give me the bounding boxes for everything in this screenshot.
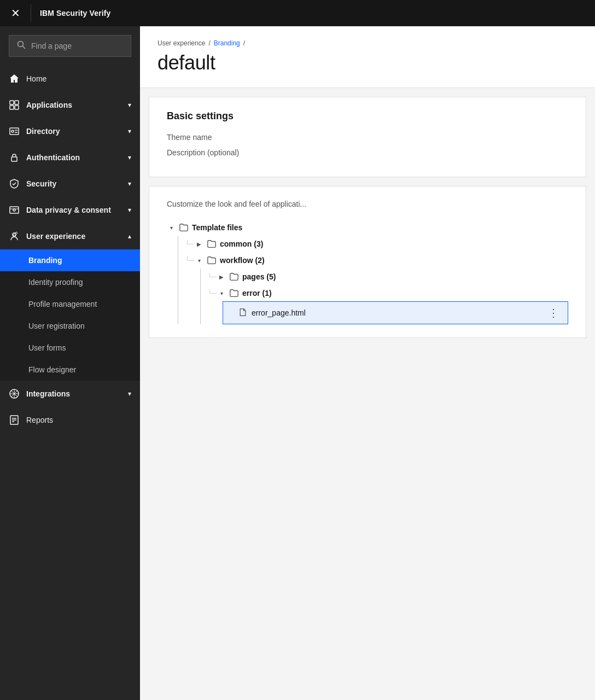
tree-level1: └─ ▶ common (3) └─ ▾: [178, 236, 568, 324]
theme-name-field: Theme name: [167, 133, 568, 142]
sub-item-label: Branding: [28, 256, 62, 265]
authentication-icon: [9, 152, 20, 163]
reports-icon: [9, 415, 20, 425]
page-title: default: [158, 51, 578, 74]
breadcrumb-branding[interactable]: Branding: [214, 39, 240, 47]
close-button[interactable]: ✕: [9, 7, 22, 20]
tree-label-workflow: workflow (2): [220, 256, 265, 265]
folder-icon-workflow: [207, 255, 217, 265]
folder-icon: [179, 223, 189, 232]
sidebar-item-home[interactable]: Home: [0, 66, 140, 92]
sidebar-item-security[interactable]: Security ▾: [0, 171, 140, 197]
sidebar-item-label: Integrations: [26, 389, 70, 398]
tree-label-common: common (3): [220, 240, 263, 248]
chevron-down-icon: ▾: [128, 154, 131, 161]
topbar: ✕ IBM Security Verify: [0, 0, 595, 26]
sidebar-sub-item-user-registration[interactable]: User registration: [0, 315, 140, 337]
tree-connector: └─: [185, 256, 191, 264]
sidebar-item-label: Data privacy & consent: [26, 206, 111, 214]
home-icon: [9, 73, 20, 84]
sidebar-sub-item-identity-proofing[interactable]: Identity proofing: [0, 271, 140, 293]
breadcrumb-sep2: /: [243, 39, 245, 47]
svg-rect-4: [10, 106, 14, 109]
search-box[interactable]: [9, 35, 131, 57]
sidebar-item-data-privacy[interactable]: Data privacy & consent ▾: [0, 197, 140, 223]
app-title: IBM Security Verify: [40, 9, 111, 18]
svg-rect-3: [15, 101, 19, 104]
sub-items-user-experience: Branding Identity proofing Profile manag…: [0, 249, 140, 381]
sub-item-label: Profile management: [28, 300, 97, 308]
sidebar-sub-item-profile-management[interactable]: Profile management: [0, 293, 140, 315]
chevron-down-icon: ▾: [128, 127, 131, 135]
breadcrumb-sep1: /: [208, 39, 210, 47]
template-files-tree: ▾ Template files └─ ▶: [167, 219, 568, 324]
applications-icon: [9, 100, 20, 110]
content-area: User experience / Branding / default Bas…: [140, 26, 595, 700]
sidebar-item-label: Authentication: [26, 153, 80, 162]
sub-item-label: Identity proofing: [28, 278, 83, 287]
sidebar-item-reports[interactable]: Reports: [0, 407, 140, 433]
tree-toggle-pages[interactable]: ▶: [217, 272, 226, 281]
svg-rect-10: [11, 157, 17, 161]
search-input[interactable]: [31, 42, 124, 50]
tree-folder-error[interactable]: └─ ▾ error (1): [201, 285, 568, 301]
sidebar-search: [0, 31, 140, 61]
tree-toggle-error[interactable]: ▾: [217, 289, 226, 298]
folder-icon-pages: [229, 272, 239, 282]
description-field: Description (optional): [167, 148, 568, 157]
svg-point-12: [13, 209, 15, 211]
chevron-up-icon: ▴: [128, 232, 131, 240]
topbar-divider: [31, 4, 31, 22]
chevron-down-icon: ▾: [128, 180, 131, 188]
svg-rect-5: [15, 106, 19, 109]
tree-level2-workflow: └─ ▶ pages (5) └─ ▾: [200, 269, 568, 324]
svg-point-7: [11, 130, 14, 132]
sidebar-item-integrations[interactable]: Integrations ▾: [0, 381, 140, 407]
sub-item-label: User registration: [28, 322, 85, 330]
sidebar-item-label: Reports: [26, 416, 53, 424]
tree-connector: └─: [185, 240, 191, 248]
overflow-menu-button[interactable]: ⋮: [546, 306, 561, 319]
tree-label-template-files: Template files: [192, 223, 242, 232]
content-header: User experience / Branding / default: [140, 26, 595, 88]
tree-file-error-page[interactable]: error_page.html ⋮: [223, 301, 568, 324]
basic-settings-title: Basic settings: [167, 110, 568, 122]
sidebar-item-label: Applications: [26, 101, 72, 109]
security-icon: [9, 178, 20, 189]
file-icon: [238, 308, 247, 318]
chevron-down-icon: ▾: [128, 390, 131, 398]
sidebar-item-directory[interactable]: Directory ▾: [0, 118, 140, 144]
sub-item-label: Flow designer: [28, 365, 76, 374]
sidebar-sub-item-branding[interactable]: Branding: [0, 249, 140, 271]
folder-icon-common: [207, 239, 217, 249]
template-files-card: Customize the look and feel of applicati…: [149, 186, 586, 338]
data-privacy-icon: [9, 205, 20, 215]
sidebar-item-label: Directory: [26, 127, 60, 136]
sidebar-sub-item-flow-designer[interactable]: Flow designer: [0, 359, 140, 381]
svg-point-0: [18, 42, 24, 47]
sidebar: Home Applications ▾: [0, 26, 140, 700]
breadcrumb-user-experience[interactable]: User experience: [158, 39, 205, 47]
tree-folder-common[interactable]: └─ ▶ common (3): [178, 236, 568, 252]
tree-folder-pages[interactable]: └─ ▶ pages (5): [201, 269, 568, 285]
tree-folder-workflow[interactable]: └─ ▾ workflow (2): [178, 252, 568, 269]
tree-toggle-common[interactable]: ▶: [195, 240, 203, 248]
sidebar-item-authentication[interactable]: Authentication ▾: [0, 144, 140, 171]
sidebar-sub-item-user-forms[interactable]: User forms: [0, 337, 140, 359]
tree-toggle-workflow[interactable]: ▾: [195, 256, 203, 265]
svg-line-1: [23, 46, 26, 49]
sidebar-item-applications[interactable]: Applications ▾: [0, 92, 140, 118]
svg-rect-2: [10, 101, 14, 104]
tree-toggle-root[interactable]: ▾: [167, 223, 176, 232]
user-experience-icon: [9, 231, 20, 242]
basic-settings-card: Basic settings Theme name Description (o…: [149, 97, 586, 177]
tree-file-container: error_page.html ⋮: [223, 301, 568, 324]
svg-point-13: [13, 233, 16, 236]
main-layout: Home Applications ▾: [0, 26, 595, 700]
sidebar-item-user-experience[interactable]: User experience ▴: [0, 223, 140, 249]
sidebar-item-label: Security: [26, 179, 56, 188]
breadcrumb: User experience / Branding /: [158, 39, 578, 47]
tree-root-template-files[interactable]: ▾ Template files: [167, 219, 568, 236]
tree-connector: └─: [207, 273, 214, 281]
tree-connector: └─: [207, 289, 214, 297]
